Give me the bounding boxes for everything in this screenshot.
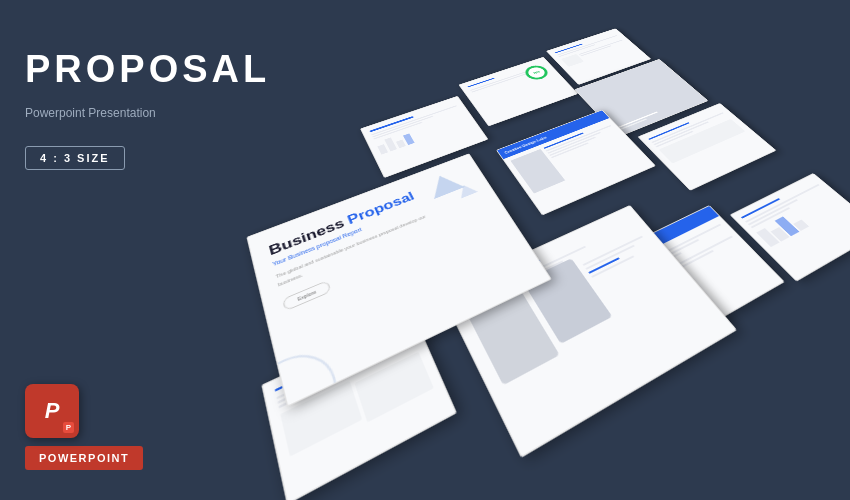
page-title: PROPOSAL	[25, 50, 195, 88]
size-badge: 4 : 3 SIZE	[25, 146, 125, 170]
slide-main-sub: Your Business proposal Report	[272, 183, 474, 267]
subtitle: Powerpoint Presentation	[25, 106, 195, 120]
slides-showcase: Business Proposal Your Business proposal…	[180, 0, 850, 500]
slide-top-2: 75%	[458, 57, 578, 127]
ppt-icon-letter: P	[45, 398, 60, 424]
